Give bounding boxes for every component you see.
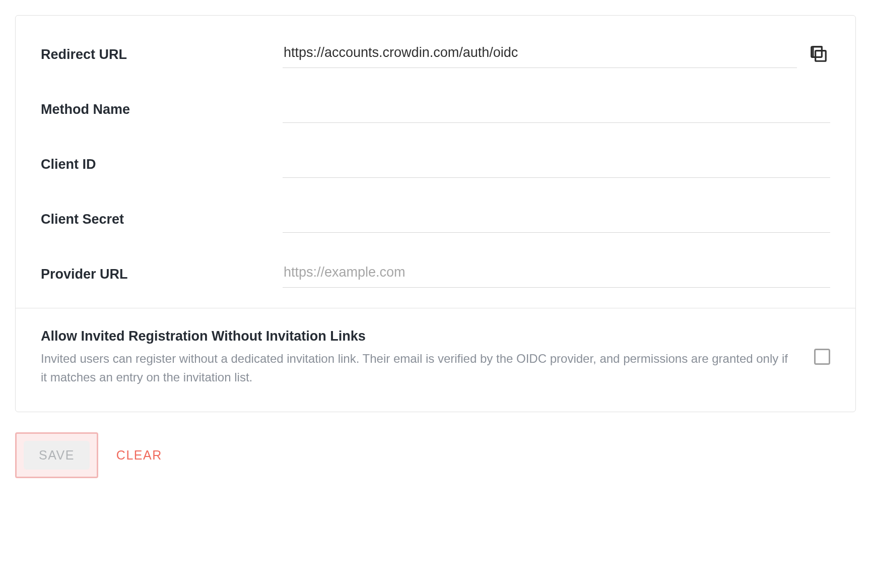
client-id-label: Client ID xyxy=(41,157,283,172)
method-name-input-wrap xyxy=(283,96,830,123)
field-method-name: Method Name xyxy=(41,96,830,123)
field-client-id: Client ID xyxy=(41,151,830,178)
client-secret-input[interactable] xyxy=(283,206,830,233)
field-redirect-url: Redirect URL xyxy=(41,41,830,68)
option-description: Invited users can register without a ded… xyxy=(41,349,794,386)
copy-icon xyxy=(809,44,828,63)
provider-url-input-wrap xyxy=(283,260,830,288)
client-id-input[interactable] xyxy=(283,151,830,178)
allow-invited-registration-checkbox[interactable] xyxy=(814,349,830,365)
settings-card: Redirect URL Method Name Client ID xyxy=(15,15,856,412)
redirect-url-input-wrap xyxy=(283,41,830,68)
option-title: Allow Invited Registration Without Invit… xyxy=(41,329,794,344)
provider-url-input[interactable] xyxy=(283,260,830,288)
method-name-input[interactable] xyxy=(283,96,830,123)
field-provider-url: Provider URL xyxy=(41,260,830,288)
redirect-url-label: Redirect URL xyxy=(41,47,283,62)
form-section: Redirect URL Method Name Client ID xyxy=(16,16,855,308)
redirect-url-input[interactable] xyxy=(283,41,797,68)
save-button[interactable]: SAVE xyxy=(24,441,90,470)
save-highlight: SAVE xyxy=(15,432,98,478)
client-secret-label: Client Secret xyxy=(41,212,283,227)
svg-rect-0 xyxy=(816,50,826,61)
option-text: Allow Invited Registration Without Invit… xyxy=(41,329,794,386)
option-section: Allow Invited Registration Without Invit… xyxy=(16,308,855,412)
method-name-label: Method Name xyxy=(41,102,283,117)
client-secret-input-wrap xyxy=(283,206,830,233)
provider-url-label: Provider URL xyxy=(41,267,283,282)
actions-bar: SAVE CLEAR xyxy=(15,432,856,478)
client-id-input-wrap xyxy=(283,151,830,178)
copy-button[interactable] xyxy=(807,42,830,67)
clear-button[interactable]: CLEAR xyxy=(112,441,166,470)
field-client-secret: Client Secret xyxy=(41,206,830,233)
